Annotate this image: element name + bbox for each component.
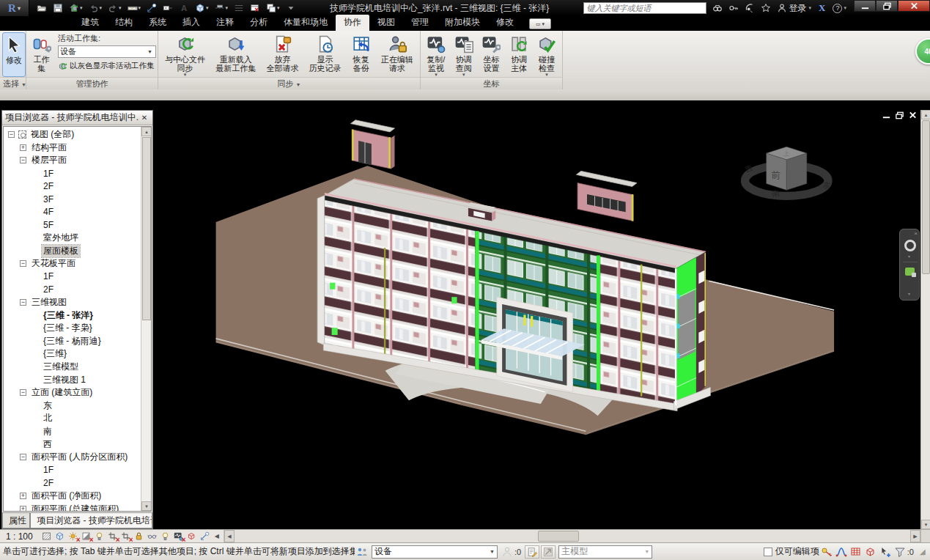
panel-tab-properties[interactable]: 属性 xyxy=(2,513,30,528)
expand-icon[interactable]: + xyxy=(20,493,26,499)
ribbon-display-toggle[interactable]: ▭▾ xyxy=(529,18,551,29)
tree-item[interactable]: −楼层平面 xyxy=(4,154,141,167)
tree-item[interactable]: −立面 (建筑立面) xyxy=(4,386,141,399)
scroll-down-icon[interactable]: ▼ xyxy=(921,520,930,529)
scroll-down-icon[interactable]: ▼ xyxy=(141,501,152,511)
show-crop-region-icon[interactable] xyxy=(120,531,132,542)
reveal-hidden-elements-icon[interactable] xyxy=(160,531,171,542)
coordination-host-button[interactable]: 协调 主体 xyxy=(508,32,530,77)
select-panel-label[interactable]: 选择 ▼ xyxy=(0,77,26,89)
tab-分析[interactable]: 分析 xyxy=(242,15,276,31)
chevron-down-icon[interactable]: ▾ xyxy=(908,254,910,259)
select-by-face-icon[interactable] xyxy=(865,546,877,558)
restore-backup-button[interactable]: 恢复 备份 xyxy=(350,32,372,77)
tree-item[interactable]: 1F xyxy=(4,167,141,180)
support-badge[interactable]: 40 xyxy=(915,38,930,65)
default-3d-view-icon[interactable]: ▾ xyxy=(193,2,211,14)
sync-with-central-icon[interactable]: ▾ xyxy=(67,2,85,14)
vertical-scrollbar[interactable]: ▲ ▼ xyxy=(920,110,930,529)
collapse-icon[interactable]: − xyxy=(20,389,26,396)
worksets-button[interactable]: 工作集 xyxy=(29,32,54,77)
close-icon[interactable]: × xyxy=(914,230,918,237)
undo-icon[interactable]: ▾ xyxy=(86,2,105,14)
tab-系统[interactable]: 系统 xyxy=(141,15,174,31)
zoom-icon[interactable] xyxy=(905,268,915,276)
shadows-icon[interactable] xyxy=(81,531,92,542)
tag-by-category-icon[interactable] xyxy=(160,2,175,14)
selection-filter-icon[interactable] xyxy=(894,546,906,558)
synchronize-panel-label[interactable]: 同步 ▼ xyxy=(158,77,420,89)
displace-elements-icon[interactable] xyxy=(186,531,198,542)
close-hidden-windows-icon[interactable] xyxy=(248,2,262,14)
tree-item[interactable]: {三维 - 李枭} xyxy=(4,322,141,335)
tree-item[interactable]: 2F xyxy=(4,283,141,296)
select-underlay-icon[interactable] xyxy=(835,546,847,558)
tree-item[interactable]: 4F xyxy=(4,206,141,219)
tree-item[interactable]: +面积平面 (总建筑面积) xyxy=(4,502,141,511)
tab-体量和场地[interactable]: 体量和场地 xyxy=(276,15,336,31)
thin-lines-icon[interactable] xyxy=(232,2,246,14)
navigation-bar[interactable]: × ▾ ▾ xyxy=(899,229,920,301)
scroll-right-icon[interactable]: ▶ xyxy=(910,530,920,542)
gray-inactive-worksets-toggle[interactable]: 以灰色显示非活动工作集 xyxy=(58,61,156,71)
tab-附加模块[interactable]: 附加模块 xyxy=(437,15,488,31)
tree-item[interactable]: 5F xyxy=(4,218,141,232)
panel-tab-project-browser[interactable]: 项目浏览器 - 技师学院机电培训... xyxy=(30,513,152,528)
tab-结构[interactable]: 结构 xyxy=(107,15,141,31)
infocenter-search[interactable] xyxy=(583,2,706,14)
tree-item[interactable]: 屋面楼板 xyxy=(4,244,141,257)
tab-修改[interactable]: 修改 xyxy=(488,15,522,31)
design-option-combo[interactable]: 主模型 ▼ xyxy=(558,545,652,559)
expand-icon[interactable]: + xyxy=(20,506,26,511)
view-minimize-icon[interactable] xyxy=(882,111,891,119)
workset-status-combo[interactable]: 设备 ▼ xyxy=(372,545,498,559)
tree-item[interactable]: {三维 - 杨雨迪} xyxy=(4,335,141,348)
save-icon[interactable] xyxy=(51,2,65,14)
search-icon[interactable] xyxy=(709,2,726,14)
tree-item[interactable]: +面积平面 (净面积) xyxy=(4,490,141,503)
redo-icon[interactable]: ▾ xyxy=(106,2,124,14)
tree-item[interactable]: −天花板平面 xyxy=(4,257,141,270)
collapse-left-icon[interactable]: ◀ xyxy=(215,533,219,539)
tree-item[interactable]: 西 xyxy=(4,438,141,451)
select-links-icon[interactable] xyxy=(821,546,833,558)
scroll-up-icon[interactable]: ▲ xyxy=(141,127,152,136)
help-button[interactable]: ?▾ xyxy=(830,4,849,13)
text-icon[interactable] xyxy=(177,2,191,14)
aligned-dimension-icon[interactable] xyxy=(144,2,159,14)
close-button[interactable] xyxy=(898,0,930,12)
tree-item[interactable]: 1F xyxy=(4,270,141,284)
relinquish-all-button[interactable]: 放弃 全部请求 xyxy=(265,32,300,77)
view-restore-icon[interactable] xyxy=(895,111,904,119)
steering-wheel-icon[interactable] xyxy=(904,240,916,251)
collapse-icon[interactable]: − xyxy=(20,157,26,163)
unlocked-view-icon[interactable] xyxy=(133,531,145,542)
tree-item[interactable]: 东 xyxy=(4,399,141,412)
browser-scrollbar[interactable]: ▲ ▼ xyxy=(141,127,151,511)
collapse-icon[interactable]: − xyxy=(20,454,26,460)
tree-item[interactable]: −面积平面 (人防分区面积) xyxy=(4,451,141,464)
temporary-hide-isolate-icon[interactable] xyxy=(147,531,158,542)
editable-only-checkbox[interactable] xyxy=(764,548,772,556)
favorites-icon[interactable] xyxy=(758,2,774,14)
tree-item[interactable]: −三维视图 xyxy=(4,296,141,309)
sun-path-icon[interactable] xyxy=(67,531,79,542)
select-pinned-icon[interactable] xyxy=(850,546,862,558)
application-menu-button[interactable]: R▾ xyxy=(0,0,29,16)
tree-item[interactable]: +结构平面 xyxy=(4,141,141,155)
sign-in-button[interactable]: 登录 ▾ xyxy=(774,2,815,15)
active-workset-combo[interactable]: 设备 ▼ xyxy=(58,45,156,58)
copy-monitor-button[interactable]: 复制/ 监视▾ xyxy=(425,32,447,77)
collapse-icon[interactable]: − xyxy=(20,260,26,267)
crop-view-icon[interactable] xyxy=(107,531,119,542)
vertical-scrollbar-thumb[interactable] xyxy=(922,120,930,274)
tree-item[interactable]: 2F xyxy=(4,476,141,490)
tree-item[interactable]: 北 xyxy=(4,412,141,425)
project-browser-title-bar[interactable]: 项目浏览器 - 技师学院机电培训中... ✕ xyxy=(2,111,152,125)
horizontal-scrollbar[interactable]: ◀ ▶ xyxy=(224,530,920,542)
coordinate-panel-label[interactable]: 坐标 xyxy=(421,77,562,89)
chevron-down-icon[interactable]: ▾ xyxy=(908,291,910,296)
collapse-icon[interactable]: − xyxy=(8,131,15,138)
customize-qat-icon[interactable] xyxy=(284,2,298,14)
tree-item[interactable]: 室外地坪 xyxy=(4,232,141,245)
